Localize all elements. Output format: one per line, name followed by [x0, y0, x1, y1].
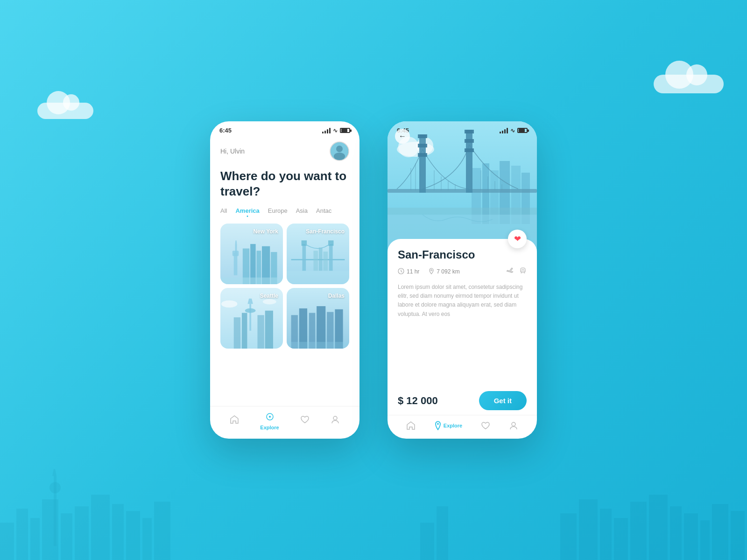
distance-info: 7 092 km — [429, 268, 459, 276]
tab-europe[interactable]: Europe — [268, 207, 288, 216]
greeting-text: Hi, Ulvin — [220, 147, 245, 155]
city-grid: New York — [220, 224, 349, 349]
bottom-nav-1: Explore — [210, 406, 359, 439]
svg-line-111 — [524, 273, 525, 273]
city-card-new-york[interactable]: New York — [220, 224, 283, 284]
svg-rect-21 — [700, 520, 710, 560]
wifi-icon-2: ∿ — [510, 127, 515, 134]
duration-info: 11 hr — [398, 268, 419, 276]
svg-rect-14 — [579, 499, 598, 560]
svg-point-69 — [269, 416, 271, 418]
svg-point-60 — [263, 299, 276, 304]
nav-profile-2[interactable] — [509, 421, 518, 430]
battery-icon-1 — [340, 128, 350, 133]
svg-rect-56 — [242, 313, 247, 349]
city-card-seattle[interactable]: Seattle — [220, 288, 283, 349]
greeting-row: Hi, Ulvin — [220, 141, 349, 161]
distance-text: 7 092 km — [437, 268, 459, 275]
explore-pin-icon-2 — [434, 421, 442, 430]
svg-rect-95 — [419, 134, 426, 193]
svg-rect-102 — [465, 148, 474, 152]
status-bar-2: 6:45 ∿ — [388, 121, 537, 137]
svg-rect-4 — [61, 513, 72, 560]
signal-icon-2 — [500, 128, 508, 133]
svg-marker-34 — [235, 240, 237, 244]
plane-icon — [506, 267, 514, 276]
nav-profile-1[interactable] — [331, 415, 340, 427]
tab-antac[interactable]: Antac — [316, 207, 331, 216]
svg-point-70 — [333, 416, 337, 420]
svg-rect-57 — [257, 315, 264, 349]
svg-rect-48 — [313, 251, 318, 271]
meta-info-row: 11 hr 7 092 km — [398, 267, 527, 276]
svg-point-112 — [437, 423, 439, 425]
svg-rect-52 — [249, 304, 251, 330]
svg-rect-47 — [328, 240, 333, 243]
location-icon — [429, 268, 434, 276]
nav-home-1[interactable] — [230, 415, 239, 427]
svg-rect-22 — [712, 504, 728, 560]
nav-explore-1[interactable]: Explore — [260, 412, 279, 430]
status-bar-1: 6:45 ∿ — [210, 121, 359, 137]
transport-icons — [506, 267, 527, 276]
city-card-san-francisco[interactable]: San-Francisco — [287, 224, 349, 284]
battery-icon-2 — [517, 128, 528, 133]
status-icons-2: ∿ — [500, 127, 528, 134]
home-icon-2 — [406, 421, 416, 430]
svg-rect-19 — [670, 506, 682, 560]
svg-rect-58 — [265, 311, 273, 349]
price-row: $ 12 000 Get it — [398, 386, 527, 410]
background-cloud-right — [654, 75, 724, 93]
favorite-button[interactable]: ❤ — [508, 230, 527, 248]
tab-america[interactable]: America — [235, 207, 259, 216]
svg-point-53 — [245, 308, 256, 313]
destination-info-panel: ❤ San-Francisco 11 hr — [388, 239, 537, 415]
tab-all[interactable]: All — [220, 207, 227, 216]
nav-home-2[interactable] — [406, 421, 416, 430]
nav-wishlist-2[interactable] — [481, 421, 490, 430]
destination-city-name: San-Francisco — [398, 248, 527, 261]
background-cloud-left — [37, 103, 93, 119]
svg-rect-17 — [630, 502, 647, 560]
nav-wishlist-1[interactable] — [300, 415, 310, 427]
nav-explore-2[interactable]: Explore — [434, 421, 462, 430]
svg-rect-9 — [142, 518, 152, 560]
profile-icon-2 — [509, 421, 518, 430]
svg-rect-23 — [731, 511, 745, 560]
svg-rect-49 — [319, 248, 323, 271]
svg-rect-44 — [302, 240, 307, 243]
svg-rect-31 — [234, 253, 238, 275]
city-card-dallas[interactable]: Dallas — [287, 288, 349, 349]
svg-rect-42 — [303, 244, 306, 271]
phones-container: 6:45 ∿ Hi, Ulvin — [210, 121, 537, 439]
svg-rect-106 — [521, 268, 525, 273]
profile-icon-1 — [331, 415, 340, 427]
back-button[interactable]: ← — [395, 129, 410, 144]
duration-text: 11 hr — [407, 268, 419, 275]
home-icon-1 — [230, 415, 239, 427]
svg-rect-94 — [388, 189, 537, 193]
svg-rect-7 — [112, 504, 124, 560]
svg-rect-97 — [418, 144, 427, 147]
svg-rect-50 — [323, 252, 328, 271]
tab-asia[interactable]: Asia — [296, 207, 308, 216]
svg-rect-107 — [521, 269, 523, 270]
clock-icon — [398, 268, 404, 276]
svg-rect-8 — [126, 511, 140, 560]
svg-rect-5 — [75, 506, 89, 560]
get-it-button[interactable]: Get it — [479, 391, 527, 410]
avatar[interactable] — [330, 141, 349, 161]
heart-icon-1 — [300, 415, 310, 427]
svg-point-105 — [431, 269, 432, 271]
svg-rect-13 — [560, 513, 577, 560]
svg-point-28 — [336, 146, 343, 152]
signal-icon-1 — [322, 128, 331, 133]
svg-rect-51 — [287, 271, 349, 284]
phone-screen-2: 6:45 ∿ ← — [388, 121, 537, 439]
svg-rect-33 — [235, 244, 237, 253]
svg-point-113 — [512, 422, 515, 426]
background-city-silhouette — [0, 467, 747, 560]
svg-rect-11 — [420, 523, 434, 560]
svg-rect-101 — [465, 139, 474, 143]
svg-rect-55 — [234, 317, 240, 349]
